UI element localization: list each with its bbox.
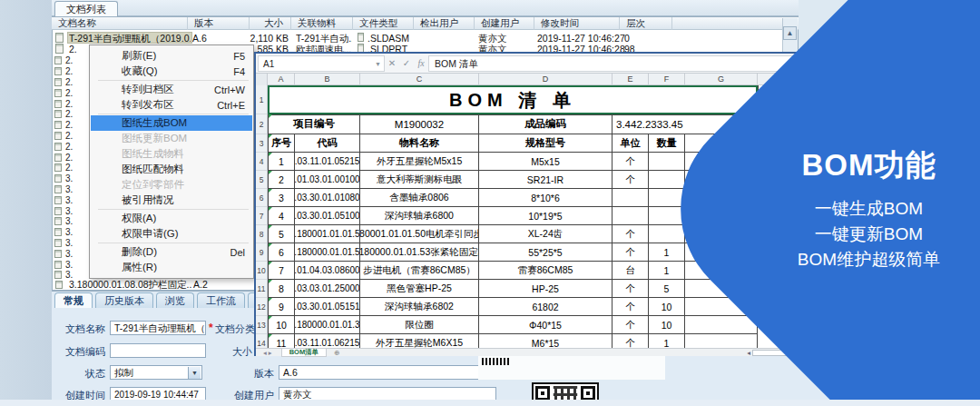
column-letter[interactable]: B [295, 74, 360, 85]
doc-row-partial[interactable]: 2. [54, 163, 91, 173]
qty-cell[interactable]: 10 [649, 298, 685, 316]
column-letter[interactable]: C [360, 74, 479, 85]
row-number[interactable]: 8 [256, 225, 267, 243]
seq-cell[interactable]: 10 [268, 316, 295, 334]
doc-row-partial[interactable]: 2. [54, 66, 91, 77]
empty-cell[interactable] [685, 334, 758, 348]
qty-cell[interactable] [649, 171, 685, 189]
header-cell[interactable]: 数量 [649, 134, 685, 153]
unit-cell[interactable] [612, 207, 649, 225]
unit-cell[interactable]: 个 [612, 243, 649, 262]
context-menu-item[interactable]: 被引用情况 [91, 193, 252, 208]
row-number[interactable]: 4 [256, 153, 267, 171]
column-letter[interactable]: A [268, 74, 295, 85]
doc-row-partial[interactable]: 2. [54, 131, 91, 142]
code-cell[interactable]: 2.01.04.03.086002 [295, 262, 360, 280]
unit-cell[interactable]: 个 [612, 153, 649, 171]
doc-row-partial[interactable]: 3. [54, 173, 91, 184]
column-letter[interactable]: E [612, 74, 649, 85]
column-header[interactable]: 创建用户 [475, 17, 534, 30]
doc-row-partial[interactable]: 2. [54, 98, 91, 109]
status-dropdown[interactable]: 拟制▼ [110, 365, 202, 380]
context-menu-item[interactable]: 属性(R) [91, 260, 252, 275]
version-field[interactable]: A.6 [279, 365, 496, 380]
sheet-nav-arrows[interactable]: ◂ ▸ [263, 349, 272, 357]
unit-cell[interactable]: 个 [612, 316, 649, 334]
doc-row-partial[interactable]: 3. [54, 194, 91, 205]
doc-name-field[interactable]: T-291半自动理瓶机（201 [110, 321, 206, 335]
spec-cell[interactable]: HP-25 [479, 280, 612, 298]
context-menu-item[interactable]: 权限(A) [91, 211, 252, 226]
spec-cell[interactable]: 61802 [479, 298, 612, 316]
material-name-cell[interactable]: 3.180001.01.01.50电机牵引同步轮 [360, 225, 479, 243]
spec-cell[interactable]: 55*25*5 [479, 243, 612, 262]
select-all-corner[interactable] [256, 74, 268, 85]
context-menu-item[interactable]: 转到归档区 Ctrl+W [91, 82, 252, 97]
seq-cell[interactable]: 6 [268, 243, 295, 262]
sheet-tab-bom[interactable]: BOM清单 [281, 349, 328, 357]
doc-row-name[interactable]: 3.180000.01.08.08护栏固定... [69, 279, 191, 291]
doc-row-partial[interactable]: 2. [54, 120, 91, 131]
material-name-cell[interactable]: 3.180000.01.01.53张紧轮固定板 [360, 243, 479, 262]
doc-row-partial[interactable]: 2. [54, 141, 91, 152]
code-cell[interactable]: 3.180001.01.01.50 [295, 225, 360, 243]
context-menu-item[interactable]: 图纸生成物料 [91, 146, 252, 162]
column-header[interactable]: 文档名称 [52, 17, 188, 30]
column-header[interactable]: 检出用户 [414, 17, 475, 30]
material-name-cell[interactable]: 外牙五星握轮M6X15 [360, 334, 479, 348]
doc-row-partial[interactable]: 3. [54, 259, 91, 270]
code-cell[interactable]: 2.03.11.01.062150 [295, 334, 360, 348]
doc-row-name[interactable]: T-291半自动理瓶机（2019.0... [69, 33, 191, 45]
seq-cell[interactable]: 9 [268, 298, 295, 316]
column-letter[interactable]: D [479, 74, 612, 85]
empty-cell[interactable] [685, 316, 758, 334]
code-cell[interactable]: 3.180000.01.01.53 [295, 243, 360, 262]
material-name-cell[interactable]: 深沟球轴承6800 [360, 207, 479, 225]
row-number[interactable]: 3 [256, 134, 267, 153]
spec-cell[interactable]: XL-24齿 [479, 225, 612, 243]
context-menu-item[interactable]: 刷新(E) F5 [91, 48, 252, 64]
row-number[interactable]: 13 [256, 316, 267, 334]
scroll-up-arrow[interactable]: ▲ [783, 26, 797, 40]
material-name-cell[interactable]: 步进电机（雷赛86CM85） [360, 262, 479, 280]
column-header[interactable]: 关联物料 [291, 17, 353, 30]
spec-cell[interactable]: M5x15 [479, 153, 612, 171]
fx-icon[interactable]: fx [414, 58, 428, 68]
unit-cell[interactable]: 台 [612, 262, 649, 280]
doc-row-partial[interactable]: 2. [54, 77, 91, 88]
code-cell[interactable]: 3.180000.01.01.32 [295, 316, 360, 334]
doc-row-partial[interactable]: 2. [54, 152, 91, 163]
header-cell[interactable]: 单位 [612, 134, 649, 153]
spec-cell[interactable]: 8*10*6 [479, 189, 612, 207]
doc-row-name[interactable]: 2. [69, 44, 87, 55]
qty-cell[interactable] [649, 153, 685, 171]
spec-cell[interactable]: 10*19*5 [479, 207, 612, 225]
spec-cell[interactable]: 雷赛86CM85 [479, 262, 612, 280]
row-number[interactable]: 1 [256, 85, 267, 114]
context-menu-item[interactable]: 图纸更新BOM [91, 131, 252, 146]
qty-cell[interactable]: 5 [649, 280, 685, 298]
row-number[interactable]: 6 [256, 189, 267, 207]
material-name-cell[interactable]: 限位圈 [360, 316, 479, 334]
unit-cell[interactable]: 个 [612, 298, 649, 316]
column-header[interactable]: 大小 [250, 17, 291, 30]
detail-tab[interactable]: 常规 [54, 292, 93, 308]
seq-cell[interactable]: 8 [268, 280, 295, 298]
column-letter[interactable]: F [649, 74, 685, 85]
row-number[interactable]: 7 [256, 207, 267, 225]
column-header[interactable]: 文件类型 [353, 17, 414, 30]
tab-document-list[interactable]: 文档列表 [54, 1, 118, 16]
material-name-cell[interactable]: 含墨轴承0806 [360, 189, 479, 207]
seq-cell[interactable]: 11 [268, 334, 295, 348]
seq-cell[interactable]: 2 [268, 171, 295, 189]
header-cell[interactable]: 序号 [268, 134, 295, 153]
code-cell[interactable]: 2.03.30.01.051510 [295, 298, 360, 316]
material-name-cell[interactable]: 意大利蒂斯测标电眼 [360, 171, 479, 189]
row-number[interactable]: 12 [256, 298, 267, 316]
unit-cell[interactable]: 个 [612, 280, 649, 298]
row-number[interactable]: 11 [256, 280, 267, 298]
column-header[interactable]: 层次 [620, 17, 672, 30]
row-number[interactable]: 10 [256, 262, 267, 280]
project-no-label-cell[interactable]: 项目编号 [268, 114, 360, 134]
code-cell[interactable]: 2.03.11.01.052150 [295, 153, 360, 171]
